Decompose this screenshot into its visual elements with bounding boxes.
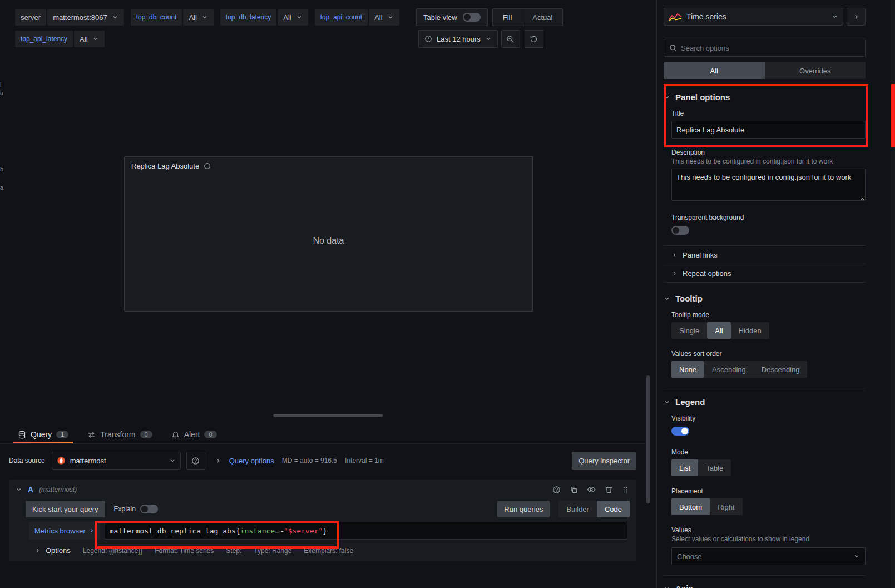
tooltip-mode-all[interactable]: All <box>707 322 730 339</box>
tooltip-mode-single[interactable]: Single <box>671 322 707 339</box>
tab-overrides[interactable]: Overrides <box>765 62 866 79</box>
tab-all[interactable]: All <box>664 62 765 79</box>
datasource-name: mattermost <box>70 457 165 465</box>
variable-server: server mattermost:8067 <box>15 9 124 26</box>
variable-top-db-count-dropdown[interactable]: All <box>183 9 213 26</box>
table-view-toggle[interactable] <box>463 13 481 22</box>
code-option[interactable]: Code <box>597 501 630 517</box>
tab-query[interactable]: Query 1 <box>17 426 70 443</box>
duplicate-query-icon[interactable] <box>570 486 578 494</box>
legend-section-header[interactable]: Legend <box>664 397 866 407</box>
promql-metric: mattermost_db_replica_lag_abs{ <box>110 527 240 535</box>
legend-title: Legend <box>675 397 705 407</box>
legend-body: Visibility Mode List Table Placement Bot… <box>664 414 866 565</box>
promql-operator: =~ <box>275 527 284 535</box>
panel-options-section-header[interactable]: Panel options <box>664 92 866 102</box>
actual-button[interactable]: Actual <box>522 9 562 26</box>
promql-label-name: instance <box>240 527 275 535</box>
sort-ascending[interactable]: Ascending <box>704 361 754 378</box>
legend-values-label: Values <box>671 526 866 534</box>
promql-closing-brace: } <box>323 527 327 535</box>
options-search[interactable] <box>664 39 866 57</box>
zoom-out-button[interactable] <box>501 30 520 48</box>
query-ref-datasource: (mattermost) <box>39 486 77 493</box>
query-card-a: A (mattermost) Kick start your query Exp… <box>9 480 636 561</box>
chevron-down-icon <box>832 13 838 20</box>
chevron-right-icon <box>89 528 95 533</box>
collapse-pane-button[interactable] <box>847 8 866 26</box>
panel-description-input[interactable]: This needs to be configured in config.js… <box>671 169 866 201</box>
variable-server-dropdown[interactable]: mattermost:8067 <box>47 9 124 26</box>
placement-bottom[interactable]: Bottom <box>671 498 710 515</box>
fill-actual-group: Fill Actual <box>492 8 563 26</box>
refresh-button[interactable] <box>525 30 543 48</box>
axis-section-header[interactable]: Axis <box>664 584 866 588</box>
fill-button[interactable]: Fill <box>493 9 522 26</box>
panel-resize-handle[interactable] <box>273 414 383 417</box>
tooltip-mode-hidden[interactable]: Hidden <box>731 322 769 339</box>
visualization-picker[interactable]: Time series <box>664 8 843 26</box>
placement-right[interactable]: Right <box>710 498 742 515</box>
panel-options-title: Panel options <box>675 92 730 102</box>
legend-mode-list[interactable]: List <box>671 459 698 476</box>
promql-code-input[interactable]: mattermost_db_replica_lag_abs{instance=~… <box>105 522 627 540</box>
options-filter-tabs: All Overrides <box>664 62 866 79</box>
kick-start-query-button[interactable]: Kick start your query <box>26 501 105 517</box>
query-inspector-button[interactable]: Query inspector <box>572 452 636 470</box>
run-queries-button[interactable]: Run queries <box>497 501 550 517</box>
variable-top-api-count-dropdown[interactable]: All <box>369 9 399 26</box>
delete-query-trash-icon[interactable] <box>605 486 613 494</box>
hide-query-eye-icon[interactable] <box>587 485 596 494</box>
options-type: Type: Range <box>254 547 291 555</box>
time-controls: Last 12 hours <box>418 30 543 48</box>
options-search-input[interactable] <box>681 44 860 52</box>
legend-mode-table[interactable]: Table <box>698 459 731 476</box>
query-a-header[interactable]: A (mattermost) <box>9 480 636 500</box>
time-range-picker[interactable]: Last 12 hours <box>418 30 498 48</box>
builder-option[interactable]: Builder <box>558 501 596 517</box>
variable-top-db-latency: top_db_latency All <box>220 9 308 26</box>
tab-alert[interactable]: Alert 0 <box>170 426 218 443</box>
repeat-options-collapsible[interactable]: Repeat options <box>664 264 866 282</box>
sort-none[interactable]: None <box>671 361 704 378</box>
panel-title-input[interactable] <box>671 121 866 139</box>
metrics-browser-button[interactable]: Metrics browser <box>29 522 100 540</box>
explain-toggle[interactable] <box>140 505 158 513</box>
query-options-interval: Interval = 1m <box>345 457 384 465</box>
sidebar-scrollbar-track[interactable] <box>891 0 895 588</box>
panel-view-controls: Table view Fill Actual <box>416 8 563 26</box>
datasource-picker[interactable]: mattermost <box>52 452 181 470</box>
drag-handle-icon[interactable] <box>622 486 630 494</box>
clock-icon <box>424 35 432 43</box>
tooltip-section-header[interactable]: Tooltip <box>664 294 866 303</box>
transparent-background-toggle[interactable] <box>671 226 689 235</box>
chevron-down-icon <box>664 399 670 406</box>
datasource-help-button[interactable] <box>186 452 205 470</box>
options-exemplars: Exemplars: false <box>304 547 353 555</box>
panel-links-label: Panel links <box>683 251 718 259</box>
visualization-name: Time series <box>686 12 827 21</box>
tab-alert-label: Alert <box>184 430 200 439</box>
query-options-md: MD = auto = 916.5 <box>282 457 337 465</box>
options-row[interactable]: Options Legend: {{instance}} Format: Tim… <box>9 540 636 556</box>
tab-query-label: Query <box>31 430 52 439</box>
chevron-down-icon <box>169 457 176 464</box>
grafana-panel-editor: { "colors": { "annotation_red": "#f3230f… <box>0 0 895 588</box>
query-toolbar: Kick start your query Explain Run querie… <box>9 500 636 522</box>
legend-values-select[interactable]: Choose <box>671 547 866 565</box>
main-scrollbar-thumb[interactable] <box>646 375 650 503</box>
tab-transform[interactable]: Transform 0 <box>86 426 153 443</box>
panel-header: Replica Lag Absolute <box>125 157 532 175</box>
panel-links-collapsible[interactable]: Panel links <box>664 245 866 264</box>
sort-descending[interactable]: Descending <box>754 361 808 378</box>
legend-visibility-toggle[interactable] <box>671 427 689 436</box>
variable-top-db-latency-dropdown[interactable]: All <box>278 9 308 26</box>
query-options-collapsible[interactable]: Query options MD = auto = 916.5 Interval… <box>215 457 384 465</box>
panel-title: Replica Lag Absolute <box>131 162 199 170</box>
query-help-icon[interactable] <box>552 486 561 494</box>
options-legend: Legend: {{instance}} <box>83 547 142 555</box>
table-view-label: Table view <box>423 13 457 22</box>
search-icon <box>669 44 677 52</box>
variable-top-api-latency-dropdown[interactable]: All <box>74 31 104 47</box>
variable-top-api-latency: top_api_latency All <box>15 31 105 47</box>
